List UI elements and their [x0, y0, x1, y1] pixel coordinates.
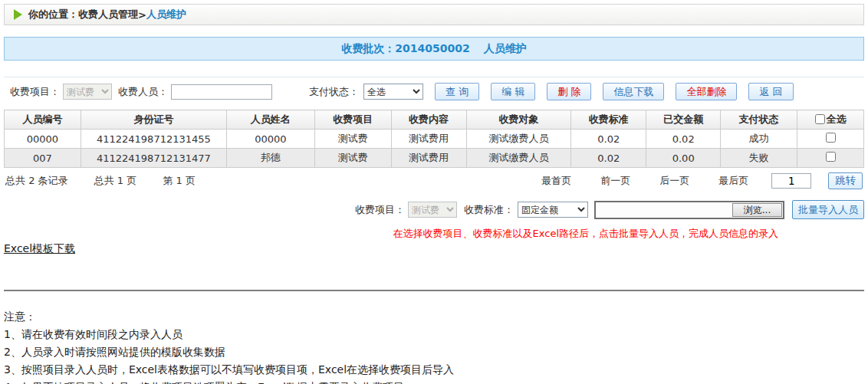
- notes-section: 注意： 1、请在收费有效时间段之内录入人员 2、人员录入时请按照网站提供的模版收…: [4, 308, 864, 384]
- col-header-fee-target: 收费对象: [466, 110, 571, 130]
- select-all-label: 全选: [827, 113, 847, 125]
- import-hint-row: 在选择收费项目、收费标准以及Excel路径后，点击批量导入人员，完成人员信息的录…: [4, 227, 864, 241]
- table-row: 007 411224198712131477 邦德 测试费 测试费用 测试缴费人…: [5, 149, 864, 168]
- filter-section: 收费项目： 测试费 收费人员： 支付状态： 全选 查 询 编 辑 删 除 信息下…: [4, 77, 864, 105]
- first-page-link[interactable]: 最首页: [541, 174, 571, 188]
- delete-button[interactable]: 删 除: [547, 83, 591, 100]
- back-button[interactable]: 返 回: [748, 83, 793, 100]
- pay-status-select[interactable]: 全选: [363, 84, 423, 100]
- import-standard-select[interactable]: 固定金额: [518, 202, 588, 218]
- cell-id-card: 411224198712131477: [81, 149, 226, 168]
- table-header-row: 人员编号 身份证号 人员姓名 收费项目 收费内容 收费对象 收费标准 已交金额 …: [5, 110, 864, 130]
- note-item: 4、如果不按项目录入人员，将收费项目选项置为空，Excel数据中需要录入收费项目: [4, 379, 864, 384]
- page: 你的位置：收费人员管理 > 人员维护 收费批次：2014050002 人员维护 …: [0, 0, 868, 384]
- file-path-input[interactable]: [596, 202, 732, 218]
- green-arrow-icon: [14, 9, 22, 20]
- total-pages: 总共 1 页: [94, 175, 137, 186]
- cell-paid-amount: 0.00: [646, 149, 721, 168]
- next-page-link[interactable]: 后一页: [659, 174, 689, 188]
- fee-person-input[interactable]: [171, 84, 272, 100]
- import-hint: 在选择收费项目、收费标准以及Excel路径后，点击批量导入人员，完成人员信息的录…: [393, 227, 778, 241]
- row-checkbox[interactable]: [826, 152, 836, 162]
- last-page-link[interactable]: 最后页: [718, 174, 748, 188]
- notes-title: 注意：: [4, 308, 864, 326]
- cell-person-id: 00000: [5, 130, 81, 149]
- cell-pay-status: 成功: [721, 130, 797, 149]
- breadcrumb-separator: >: [138, 9, 146, 21]
- note-item: 3、按照项目录入人员时，Excel表格数据可以不填写收费项目项，Excel在选择…: [4, 361, 864, 379]
- query-button[interactable]: 查 询: [435, 83, 479, 100]
- breadcrumb-prefix: 你的位置：收费人员管理: [28, 8, 138, 21]
- col-header-id-card: 身份证号: [81, 110, 226, 130]
- cell-fee-target: 测试缴费人员: [466, 149, 571, 168]
- col-header-fee-content: 收费内容: [391, 110, 466, 130]
- cell-person-name: 邦德: [226, 149, 314, 168]
- cell-person-id: 007: [5, 149, 81, 168]
- pagination: 总共 2 条记录 总共 1 页 第 1 页 最首页 前一页 后一页 最后页 跳转: [4, 172, 864, 189]
- edit-button[interactable]: 编 辑: [491, 83, 535, 100]
- fee-project-label: 收费项目：: [10, 85, 60, 99]
- import-project-label: 收费项目：: [355, 203, 405, 217]
- cell-pay-status: 失败: [721, 149, 797, 168]
- cell-fee-standard: 0.02: [571, 149, 646, 168]
- batch-import-button[interactable]: 批量导入人员: [792, 200, 864, 219]
- col-header-paid-amount: 已交金额: [646, 110, 721, 130]
- import-section: 收费项目： 测试费 收费标准： 固定金额 浏览... 批量导入人员: [4, 200, 864, 219]
- col-header-pay-status: 支付状态: [721, 110, 797, 130]
- cell-fee-project: 测试费: [314, 130, 391, 149]
- page-number-input[interactable]: [771, 173, 811, 189]
- select-all-checkbox[interactable]: [815, 114, 825, 124]
- person-table: 人员编号 身份证号 人员姓名 收费项目 收费内容 收费对象 收费标准 已交金额 …: [4, 110, 864, 168]
- cell-fee-target: 测试缴费人员: [466, 130, 571, 149]
- import-project-select[interactable]: 测试费: [408, 202, 457, 218]
- fee-project-select[interactable]: 测试费: [63, 84, 112, 100]
- jump-button[interactable]: 跳转: [828, 172, 863, 189]
- col-header-person-name: 人员姓名: [226, 110, 314, 130]
- cell-select: [797, 149, 864, 168]
- batch-number-label: 收费批次：2014050002: [341, 42, 469, 56]
- cell-fee-content: 测试费用: [391, 130, 466, 149]
- note-item: 1、请在收费有效时间段之内录入人员: [4, 326, 864, 343]
- row-checkbox[interactable]: [826, 133, 836, 143]
- info-download-button[interactable]: 信息下载: [603, 83, 664, 100]
- col-header-person-id: 人员编号: [5, 110, 81, 130]
- banner-page-label: 人员维护: [484, 42, 527, 56]
- cell-person-name: 00000: [226, 130, 314, 149]
- breadcrumb: 你的位置：收费人员管理 > 人员维护: [4, 4, 864, 25]
- cell-fee-standard: 0.02: [571, 130, 646, 149]
- current-page: 第 1 页: [163, 175, 196, 186]
- cell-id-card: 411224198712131455: [81, 130, 226, 149]
- breadcrumb-current-link[interactable]: 人员维护: [146, 8, 186, 21]
- file-input[interactable]: 浏览...: [594, 201, 784, 219]
- divider: [4, 290, 864, 291]
- fee-person-label: 收费人员：: [118, 85, 168, 99]
- prev-page-link[interactable]: 前一页: [600, 174, 630, 188]
- pay-status-label: 支付状态：: [309, 85, 359, 99]
- cell-paid-amount: 0.02: [646, 130, 721, 149]
- pagination-summary: 总共 2 条记录 总共 1 页 第 1 页: [5, 174, 219, 188]
- cell-fee-project: 测试费: [314, 149, 391, 168]
- col-header-fee-project: 收费项目: [314, 110, 391, 130]
- total-records: 总共 2 条记录: [5, 175, 68, 186]
- cell-fee-content: 测试费用: [391, 149, 466, 168]
- col-header-fee-standard: 收费标准: [571, 110, 646, 130]
- batch-banner: 收费批次：2014050002 人员维护: [4, 37, 864, 61]
- import-standard-label: 收费标准：: [464, 203, 514, 217]
- col-header-select-all: 全选: [797, 110, 864, 130]
- excel-template-link[interactable]: Excel模板下载: [4, 242, 75, 254]
- note-item: 2、人员录入时请按照网站提供的模版收集数据: [4, 343, 864, 361]
- delete-all-button[interactable]: 全部删除: [676, 83, 737, 100]
- table-row: 00000 411224198712131455 00000 测试费 测试费用 …: [5, 130, 864, 149]
- cell-select: [797, 130, 864, 149]
- browse-button[interactable]: 浏览...: [732, 203, 782, 217]
